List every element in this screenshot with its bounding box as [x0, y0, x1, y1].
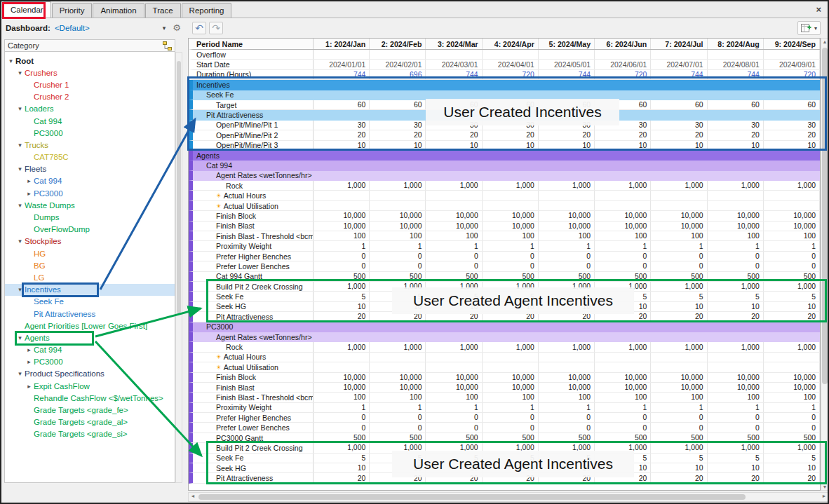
grid-cell[interactable]: 10 [426, 141, 482, 150]
grid-cell[interactable] [595, 50, 651, 59]
chevron-down-icon[interactable]: ▾ [6, 57, 15, 64]
grid-cell[interactable]: 5 [539, 292, 595, 301]
grid-cell[interactable]: 500 [651, 272, 707, 281]
grid-cell[interactable]: 20 [708, 473, 764, 482]
tree-item-agent-priorities-lower-goes-first[interactable]: Agent Priorities [Lower Goes First] [5, 320, 175, 332]
row-label[interactable]: Rock [193, 181, 314, 190]
redo-button[interactable]: ↷ [209, 22, 223, 34]
grid-cell[interactable]: 1,000 [426, 181, 482, 190]
column-header-1-2024-jan[interactable]: 1: 2024/Jan [314, 39, 370, 49]
row-label[interactable]: ☀Actual Utilisation [193, 362, 314, 372]
grid-cell[interactable]: 10,000 [370, 222, 426, 231]
grid-cell[interactable]: 20 [426, 473, 482, 482]
grid-cell[interactable]: 500 [426, 272, 482, 281]
row-label[interactable]: Proximity Weight [193, 403, 314, 412]
grid-cell[interactable]: 1,000 [370, 443, 426, 452]
grid-cell[interactable]: 30 [426, 121, 482, 130]
grid-cell[interactable]: 5 [370, 454, 426, 463]
grid-cell[interactable]: 1 [708, 241, 764, 250]
tree-item-stockpiles[interactable]: ▾Stockpiles [5, 236, 175, 247]
grid-cell[interactable]: 720 [595, 70, 651, 79]
row-label[interactable]: Cat 994 [193, 161, 820, 170]
grid-cell[interactable]: 20 [539, 312, 595, 321]
grid-cell[interactable]: 0 [314, 261, 370, 271]
grid-cell[interactable]: 10 [370, 141, 426, 150]
grid-cell[interactable]: 10 [314, 302, 370, 311]
grid-cell[interactable]: 0 [370, 423, 426, 432]
grid-cell[interactable]: 1 [370, 403, 426, 412]
grid-cell[interactable] [370, 201, 426, 210]
row-label[interactable]: OpenPit/Mine/Pit 1 [193, 121, 314, 130]
grid-cell[interactable]: 720 [764, 70, 820, 79]
grid-cell[interactable]: 1 [314, 403, 370, 412]
tree-item-seek-fe[interactable]: Seek Fe [5, 296, 175, 308]
row-label[interactable]: Agent Rates <wetTonnes/hr> [193, 332, 820, 341]
grid-cell[interactable] [651, 362, 707, 372]
grid-cell[interactable]: 1,000 [426, 342, 482, 351]
grid-cell[interactable]: 1 [483, 241, 539, 250]
grid-cell[interactable]: 100 [483, 393, 539, 402]
grid-cell[interactable]: 20 [370, 473, 426, 482]
grid-cell[interactable]: 10 [314, 463, 370, 472]
row-label[interactable]: Seek HG [193, 302, 314, 311]
grid-cell[interactable]: 5 [708, 292, 764, 301]
grid-cell[interactable]: 20 [651, 473, 707, 482]
grid-cell[interactable]: 20 [314, 473, 370, 482]
grid-cell[interactable]: 2024/06/01 [595, 60, 651, 69]
grid-cell[interactable]: 0 [483, 261, 539, 271]
scroll-right-icon[interactable]: ► [821, 493, 828, 498]
grid-cell[interactable]: 2024/04/01 [483, 60, 539, 69]
grid-cell[interactable] [370, 191, 426, 200]
grid-cell[interactable] [708, 191, 764, 200]
grid-cell[interactable]: 696 [370, 70, 426, 79]
grid-cell[interactable]: 10 [708, 302, 764, 311]
grid-cell[interactable]: 500 [426, 433, 482, 442]
grid-cell[interactable]: 1,000 [651, 282, 707, 291]
grid-cell[interactable]: 10 [483, 463, 539, 472]
grid-cell[interactable]: 10,000 [764, 222, 820, 231]
tree-item-grade-targets-grade-fe[interactable]: Grade Targets <grade_fe> [5, 404, 175, 416]
grid-cell[interactable]: 500 [595, 433, 651, 442]
grid-cell[interactable]: 10 [595, 141, 651, 150]
grid-cell[interactable]: 10,000 [539, 211, 595, 220]
grid-cell[interactable] [483, 353, 539, 362]
chevron-right-icon[interactable]: ▸ [25, 177, 34, 184]
tree-item-grade-targets-grade-si[interactable]: Grade Targets <grade_si> [5, 428, 175, 440]
grid-cell[interactable]: 1 [595, 403, 651, 412]
grid-cell[interactable]: 1,000 [651, 181, 707, 190]
grid-cell[interactable]: 60 [370, 100, 426, 109]
grid-cell[interactable]: 2024/09/01 [764, 60, 820, 69]
row-label[interactable]: Build Pit 2 Creek Crossing [193, 282, 314, 291]
grid-cell[interactable]: 10 [764, 463, 820, 472]
row-label[interactable]: Seek Fe [193, 292, 314, 301]
row-label[interactable]: PC3000 [193, 322, 820, 332]
row-label[interactable]: Duration (Hours) [193, 70, 314, 79]
grid-cell[interactable]: 10,000 [651, 373, 707, 382]
grid-cell[interactable]: 10 [370, 463, 426, 472]
row-label[interactable]: ☀Actual Hours [193, 353, 314, 362]
grid-cell[interactable]: 0 [708, 423, 764, 432]
grid-cell[interactable]: 0 [426, 413, 482, 422]
row-label[interactable]: Finish Block [193, 211, 314, 220]
grid-cell[interactable]: 500 [314, 433, 370, 442]
grid-cell[interactable]: 10,000 [370, 373, 426, 382]
column-header-9-2024-sep[interactable]: 9: 2024/Sep [764, 39, 820, 49]
undo-button[interactable]: ↶ [192, 22, 206, 34]
grid-cell[interactable]: 30 [651, 121, 707, 130]
grid-cell[interactable]: 500 [651, 433, 707, 442]
grid-cell[interactable]: 60 [595, 100, 651, 109]
grid-cell[interactable]: 1,000 [314, 181, 370, 190]
column-header-6-2024-jun[interactable]: 6: 2024/Jun [595, 39, 651, 49]
grid-cell[interactable] [483, 191, 539, 200]
grid-cell[interactable] [708, 353, 764, 362]
grid-cell[interactable]: 5 [595, 292, 651, 301]
grid-cell[interactable]: 10,000 [426, 373, 482, 382]
grid-cell[interactable]: 1,000 [483, 443, 539, 452]
grid-cell[interactable] [483, 50, 539, 59]
grid-cell[interactable]: 10,000 [764, 211, 820, 220]
grid-cell[interactable]: 100 [314, 393, 370, 402]
tree-item-pc3000[interactable]: PC3000 [5, 127, 175, 139]
row-label[interactable]: Build Pit 2 Creek Crossing [193, 443, 314, 452]
grid-cell[interactable]: 20 [764, 130, 820, 139]
grid-cell[interactable]: 1,000 [483, 181, 539, 190]
